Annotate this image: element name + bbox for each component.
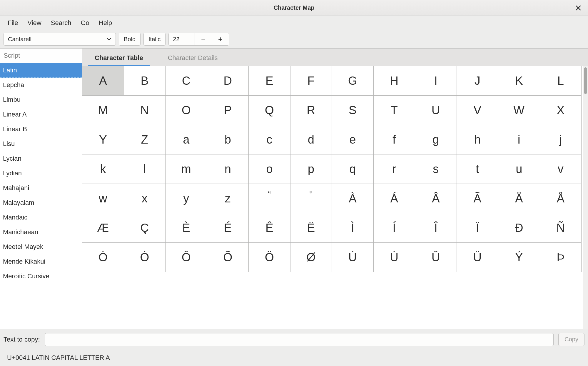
font-combo[interactable]: Cantarell: [4, 33, 116, 46]
size-value[interactable]: 22: [169, 36, 195, 43]
char-cell[interactable]: m: [166, 154, 207, 184]
char-cell[interactable]: v: [540, 154, 582, 184]
char-cell[interactable]: ª: [249, 184, 290, 213]
size-increment-button[interactable]: +: [212, 33, 229, 45]
script-item[interactable]: Linear B: [0, 122, 82, 137]
char-cell[interactable]: p: [290, 154, 332, 184]
char-cell[interactable]: c: [249, 125, 290, 154]
char-cell[interactable]: f: [374, 125, 415, 154]
menu-help[interactable]: Help: [94, 17, 117, 29]
char-cell[interactable]: Q: [249, 96, 290, 125]
char-cell[interactable]: Ä: [498, 184, 540, 213]
char-cell[interactable]: Ð: [498, 213, 540, 243]
char-cell[interactable]: À: [332, 184, 374, 213]
char-cell[interactable]: Ò: [82, 243, 124, 272]
menu-go[interactable]: Go: [76, 17, 94, 29]
script-item[interactable]: Linear A: [0, 107, 82, 122]
char-cell[interactable]: i: [498, 125, 540, 154]
script-item[interactable]: Lydian: [0, 166, 82, 181]
menu-search[interactable]: Search: [46, 17, 76, 29]
char-cell[interactable]: y: [166, 184, 207, 213]
char-cell[interactable]: O: [166, 96, 207, 125]
char-cell[interactable]: Å: [540, 184, 582, 213]
char-cell[interactable]: n: [207, 154, 249, 184]
script-item[interactable]: Meetei Mayek: [0, 239, 82, 254]
char-cell[interactable]: o: [249, 154, 290, 184]
char-cell[interactable]: s: [415, 154, 457, 184]
char-cell[interactable]: Õ: [207, 243, 249, 272]
char-cell[interactable]: U: [415, 96, 457, 125]
char-cell[interactable]: P: [207, 96, 249, 125]
char-cell[interactable]: B: [124, 66, 166, 96]
copy-input[interactable]: [45, 333, 554, 346]
char-cell[interactable]: T: [374, 96, 415, 125]
char-cell[interactable]: Æ: [82, 213, 124, 243]
window-close-button[interactable]: [574, 5, 583, 11]
char-cell[interactable]: Ô: [166, 243, 207, 272]
char-cell[interactable]: Á: [374, 184, 415, 213]
char-cell[interactable]: Û: [415, 243, 457, 272]
script-list[interactable]: LatinLepchaLimbuLinear ALinear BLisuLyci…: [0, 63, 82, 329]
char-cell[interactable]: W: [498, 96, 540, 125]
char-cell[interactable]: Ì: [332, 213, 374, 243]
char-cell[interactable]: Ï: [457, 213, 499, 243]
char-cell[interactable]: q: [332, 154, 374, 184]
menu-view[interactable]: View: [23, 17, 46, 29]
char-cell[interactable]: Ü: [457, 243, 499, 272]
tab-character-details[interactable]: Character Details: [161, 50, 224, 66]
char-cell[interactable]: D: [207, 66, 249, 96]
char-cell[interactable]: Þ: [540, 243, 582, 272]
script-item[interactable]: Lisu: [0, 137, 82, 151]
char-cell[interactable]: Ú: [374, 243, 415, 272]
char-cell[interactable]: z: [207, 184, 249, 213]
char-cell[interactable]: Y: [82, 125, 124, 154]
char-cell[interactable]: V: [457, 96, 499, 125]
char-cell[interactable]: h: [457, 125, 499, 154]
char-cell[interactable]: I: [415, 66, 457, 96]
char-cell[interactable]: t: [457, 154, 499, 184]
char-cell[interactable]: Ç: [124, 213, 166, 243]
char-cell[interactable]: º: [290, 184, 332, 213]
char-cell[interactable]: j: [540, 125, 582, 154]
script-item[interactable]: Malayalam: [0, 195, 82, 210]
char-cell[interactable]: É: [207, 213, 249, 243]
script-item[interactable]: Mandaic: [0, 210, 82, 225]
char-cell[interactable]: È: [166, 213, 207, 243]
script-item[interactable]: Meroitic Cursive: [0, 269, 82, 284]
scrollbar-thumb[interactable]: [584, 67, 587, 94]
char-cell[interactable]: Ê: [249, 213, 290, 243]
char-cell[interactable]: K: [498, 66, 540, 96]
char-cell[interactable]: w: [82, 184, 124, 213]
char-cell[interactable]: H: [374, 66, 415, 96]
char-cell[interactable]: A: [82, 66, 124, 96]
char-cell[interactable]: Ý: [498, 243, 540, 272]
char-cell[interactable]: Ã: [457, 184, 499, 213]
char-cell[interactable]: J: [457, 66, 499, 96]
char-cell[interactable]: g: [415, 125, 457, 154]
char-cell[interactable]: Ö: [249, 243, 290, 272]
char-cell[interactable]: Ø: [290, 243, 332, 272]
grid-vscrollbar[interactable]: [583, 66, 588, 329]
script-item[interactable]: Mende Kikakui: [0, 254, 82, 269]
char-cell[interactable]: k: [82, 154, 124, 184]
char-cell[interactable]: Â: [415, 184, 457, 213]
tab-character-table[interactable]: Character Table: [88, 50, 150, 66]
char-cell[interactable]: L: [540, 66, 582, 96]
char-cell[interactable]: a: [166, 125, 207, 154]
char-cell[interactable]: E: [249, 66, 290, 96]
char-cell[interactable]: Í: [374, 213, 415, 243]
menu-file[interactable]: File: [3, 17, 23, 29]
script-item[interactable]: Latin: [0, 63, 82, 78]
char-cell[interactable]: x: [124, 184, 166, 213]
char-cell[interactable]: G: [332, 66, 374, 96]
script-item[interactable]: Manichaean: [0, 225, 82, 239]
script-item[interactable]: Mahajani: [0, 181, 82, 195]
char-cell[interactable]: Z: [124, 125, 166, 154]
script-item[interactable]: Lepcha: [0, 78, 82, 92]
char-cell[interactable]: l: [124, 154, 166, 184]
italic-button[interactable]: Italic: [143, 33, 166, 46]
char-cell[interactable]: u: [498, 154, 540, 184]
script-item[interactable]: Limbu: [0, 92, 82, 107]
char-cell[interactable]: Î: [415, 213, 457, 243]
char-cell[interactable]: r: [374, 154, 415, 184]
